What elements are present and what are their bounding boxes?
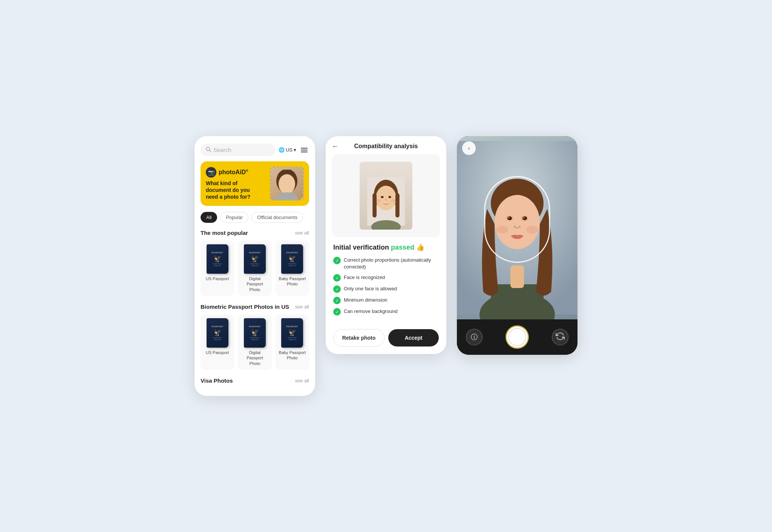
check-text-2: Face is recognized [344,274,385,281]
back-chevron-icon: ‹ [468,145,470,151]
bio-card-2[interactable]: PASSPORT 🦅 United Statesof America Digit… [238,314,271,370]
camera-bg: ‹ [457,136,577,319]
section1-cards: PASSPORT 🦅 United Statesof America US Pa… [201,241,309,296]
face-illustration [367,173,405,230]
screens-container: Search 🌐 US ▾ 📷 photoAiD® What kind of d… [195,136,577,396]
section2-title: Biometric Passport Photos in US [201,304,289,310]
globe-icon: 🌐 [279,147,285,153]
camera-view: ‹ [457,136,577,319]
svg-point-4 [276,192,298,200]
passport-card-3[interactable]: PASSPORT 🦅 United Statesof America Baby … [276,241,309,296]
shutter-button[interactable] [505,325,529,349]
screen3: ‹ ⓘ [457,136,577,355]
check-text-5: Can remove background [344,308,397,315]
screen2-body: Initial verification passed 👍 ✓ Correct … [326,237,446,329]
check-list: ✓ Correct photo proportions (automatical… [333,257,439,316]
filter-tab-popular[interactable]: Popular [220,212,248,223]
face-outline [484,176,550,263]
passport-book-3: PASSPORT 🦅 United Statesof America [281,244,303,274]
svg-point-3 [279,174,295,194]
svg-rect-13 [395,193,400,218]
hamburger-menu[interactable] [299,146,309,154]
retake-button[interactable]: Retake photo [333,329,384,346]
photo-preview-inner [360,162,412,230]
logo-name: photoAiD® [219,169,248,176]
chevron-down-icon: ▾ [294,147,296,153]
info-icon: ⓘ [471,333,478,342]
bio-book-3: PASSPORT 🦅 United Statesof America [281,318,303,348]
check-icon-3: ✓ [333,285,341,293]
bio-book-2: PASSPORT 🦅 United Statesof America [244,318,266,348]
screen1-header: Search 🌐 US ▾ [201,144,309,156]
section1-header: The most popular see all [201,230,309,236]
section2-cards: PASSPORT 🦅 United Statesof America US Pa… [201,314,309,370]
section2-header: Biometric Passport Photos in US see all [201,304,309,310]
passport-card-2-label: Digital Passport Photo [241,276,268,292]
flip-icon [556,332,565,343]
filter-tab-all[interactable]: All [201,212,217,223]
screen2-header: ← Compatibility analysis [326,136,446,154]
section2-see-all[interactable]: see all [295,304,309,310]
section1-see-all[interactable]: see all [295,230,309,236]
check-item-4: ✓ Minimum dimension [333,297,439,304]
filter-tab-official[interactable]: Official documents [251,212,303,223]
photo-preview [332,154,440,237]
section3-see-all[interactable]: see all [295,378,309,383]
svg-point-10 [381,196,383,198]
bio-book-1: PASSPORT 🦅 United Statesof America [207,318,228,348]
lang-label: US [286,147,293,153]
bio-card-3-label: Baby Passport Photo [279,350,306,361]
verification-emoji: 👍 [416,244,424,251]
screen2-title: Compatibility analysis [354,143,418,150]
language-button[interactable]: 🌐 US ▾ [279,147,296,153]
bio-card-1[interactable]: PASSPORT 🦅 United Statesof America US Pa… [201,314,234,370]
verification-status: passed [391,244,414,251]
accept-button[interactable]: Accept [388,329,439,346]
passport-card-1-label: US Passport [206,276,229,281]
banner-question: What kind of document do you need a phot… [206,180,259,201]
svg-point-11 [388,196,391,198]
section3-title: Visa Photos [201,377,233,384]
passport-card-3-label: Baby Passport Photo [279,276,306,287]
passport-book-1: PASSPORT 🦅 United Statesof America [207,244,228,274]
camera-back-button[interactable]: ‹ [462,141,476,155]
passport-card-2[interactable]: PASSPORT 🦅 United Statesof America Digit… [238,241,271,296]
check-text-4: Minimum dimension [344,297,388,304]
bio-card-1-label: US Passport [206,350,229,355]
bio-card-3[interactable]: PASSPORT 🦅 United Statesof America Baby … [276,314,309,370]
section1-title: The most popular [201,230,248,236]
corner-marker [301,198,304,201]
banner[interactable]: 📷 photoAiD® What kind of document do you… [201,161,309,206]
banner-photo [270,167,304,201]
passport-book-2: PASSPORT 🦅 United Statesof America [244,244,266,274]
search-bar[interactable]: Search [201,144,276,156]
action-buttons: Retake photo Accept [326,329,446,354]
svg-point-7 [376,186,396,211]
check-icon-4: ✓ [333,297,341,304]
check-icon-5: ✓ [333,308,341,316]
screen2: ← Compatibility analysis [326,136,446,354]
logo-row: 📷 photoAiD® [206,167,259,178]
check-icon-1: ✓ [333,257,341,264]
screen1: Search 🌐 US ▾ 📷 photoAiD® What kind of d… [195,136,315,396]
check-text-1: Correct photo proportions (automatically… [344,257,439,270]
passport-card-1[interactable]: PASSPORT 🦅 United Statesof America US Pa… [201,241,234,296]
camera-controls: ⓘ [457,319,577,355]
svg-rect-19 [510,265,524,288]
check-text-3: Only one face is allowed [344,285,397,292]
shutter-inner [508,328,526,346]
svg-rect-18 [491,284,544,319]
info-button[interactable]: ⓘ [466,329,482,345]
svg-line-1 [210,150,211,152]
filter-tabs: All Popular Official documents [201,212,309,223]
search-placeholder: Search [213,147,231,153]
back-button[interactable]: ← [332,143,339,150]
check-item-5: ✓ Can remove background [333,308,439,316]
check-item-2: ✓ Face is recognized [333,274,439,282]
verification-title: Initial verification passed 👍 [333,243,439,251]
check-icon-2: ✓ [333,274,341,282]
svg-rect-12 [372,193,377,218]
section3-header: Visa Photos see all [201,377,309,384]
flip-camera-button[interactable] [552,329,568,345]
check-item-1: ✓ Correct photo proportions (automatical… [333,257,439,270]
